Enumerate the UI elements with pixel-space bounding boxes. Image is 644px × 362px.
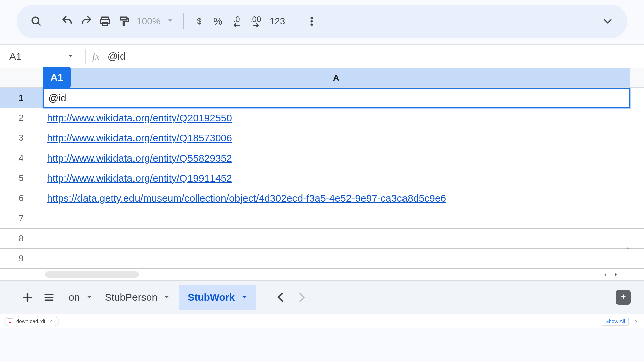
table-row: 7 [0,208,644,229]
table-row: 4http://www.wikidata.org/entity/Q5582935… [0,148,644,168]
more-icon[interactable] [302,12,321,31]
chevron-down-icon [163,292,170,303]
svg-point-8 [311,23,313,26]
download-bar: z download.rdf Show All × [0,314,644,328]
column-header-label: A [333,73,339,83]
paint-format-button[interactable] [114,12,133,31]
currency-button[interactable]: $ [190,12,209,31]
table-row: 8 [0,229,644,249]
row-header[interactable]: 6 [0,188,43,208]
collapse-toolbar-button[interactable] [598,12,617,31]
row-header[interactable]: 4 [0,148,43,168]
prev-sheet-button[interactable] [270,287,291,308]
grid-edge [630,168,644,188]
chevron-down-icon [241,292,248,303]
grid-edge [630,188,644,208]
table-row: 2http://www.wikidata.org/entity/Q2019255… [0,108,644,128]
cell[interactable]: http://www.wikidata.org/entity/Q55829352 [43,148,630,168]
svg-rect-5 [120,17,127,20]
chevron-down-icon [167,16,174,27]
name-box-value: A1 [9,51,22,62]
table-row: 1@id [0,88,644,108]
sheet-tab[interactable]: StubPerson [96,285,179,310]
download-filename: download.rdf [16,318,45,324]
increase-decimal-button[interactable]: .00 [246,12,265,31]
cell[interactable]: http://www.wikidata.org/entity/Q19911452 [43,168,630,188]
table-row: 3http://www.wikidata.org/entity/Q1857300… [0,128,644,148]
grid-edge [630,229,644,249]
close-download-bar-button[interactable]: × [635,318,640,324]
table-row: 6https://data.getty.edu/museum/collectio… [0,188,644,208]
undo-button[interactable] [58,12,77,31]
spreadsheet-grid: A1 A 1@id2http://www.wikidata.org/entity… [0,68,644,280]
sheets-separator [63,288,63,307]
row-header[interactable]: 7 [0,208,43,229]
column-header-a[interactable]: A1 A [43,68,630,88]
table-row: 9 [0,249,644,269]
grid-edge [630,68,644,88]
cell[interactable]: @id [43,88,630,108]
cell[interactable] [43,249,630,269]
name-box[interactable]: A1 [0,51,85,62]
select-all-corner[interactable] [0,68,43,88]
horizontal-scroll-area [0,269,644,280]
row-header[interactable]: 8 [0,229,43,249]
grid-edge [630,88,644,108]
active-cell-badge: A1 [43,67,71,88]
scroll-left-button[interactable] [601,270,610,279]
row-header[interactable]: 5 [0,168,43,188]
row-header[interactable]: 2 [0,108,43,128]
zoom-value: 100% [137,16,161,27]
sheets-bar: on StubPersonStubWork [0,280,644,314]
grid-edge [630,108,644,128]
redo-button[interactable] [77,12,96,31]
chevron-down-icon [86,294,93,301]
row-header[interactable]: 9 [0,249,43,269]
next-sheet-button[interactable] [291,287,313,308]
formula-input[interactable]: @id [108,51,126,62]
add-sheet-button[interactable] [17,287,38,308]
grid-edge [630,128,644,148]
percent-button[interactable]: % [209,12,227,31]
zoom-dropdown[interactable]: 100% [133,16,177,27]
grid-edge [630,148,644,168]
search-icon[interactable] [27,12,46,31]
print-button[interactable] [96,12,114,31]
number-format-button[interactable]: 123 [265,12,290,31]
toolbar-separator [296,13,296,29]
show-all-button[interactable]: Show All [602,317,629,326]
cell[interactable]: https://data.getty.edu/museum/collection… [43,188,630,208]
decrease-decimal-button[interactable]: .0 [227,12,246,31]
fx-label: fx [92,51,100,62]
horizontal-scrollbar[interactable] [45,272,139,278]
cell[interactable] [43,208,630,229]
sheet-tab-partial[interactable]: on [67,285,96,310]
download-chip[interactable]: z download.rdf [4,317,59,326]
chevron-down-icon [68,53,74,59]
svg-point-6 [311,17,313,19]
svg-rect-3 [101,19,109,24]
formula-bar: A1 fx @id [0,44,644,68]
grid-edge [630,208,644,229]
formula-bar-separator [85,49,86,64]
grid-edge [630,249,644,269]
cell[interactable]: http://www.wikidata.org/entity/Q18573006 [43,128,630,148]
sheet-tab-label: StubWork [187,292,235,303]
sheet-tab-label: on [69,292,80,303]
cell[interactable] [43,229,630,249]
sheet-tab-label: StubPerson [105,292,157,303]
cell[interactable]: http://www.wikidata.org/entity/Q20192550 [43,108,630,128]
toolbar-container: 100% $ % .0 .00 123 [0,0,644,44]
sheet-tab[interactable]: StubWork [179,285,256,310]
explore-button[interactable] [616,290,631,305]
toolbar: 100% $ % .0 .00 123 [17,5,627,38]
row-header[interactable]: 3 [0,128,43,148]
table-row: 5http://www.wikidata.org/entity/Q1991145… [0,168,644,188]
scroll-right-button[interactable] [612,270,621,279]
scroll-up-button[interactable] [625,245,632,255]
all-sheets-button[interactable] [38,287,60,308]
toolbar-separator [183,13,184,29]
svg-point-7 [311,20,313,22]
row-header[interactable]: 1 [0,88,43,108]
svg-line-1 [38,23,40,25]
